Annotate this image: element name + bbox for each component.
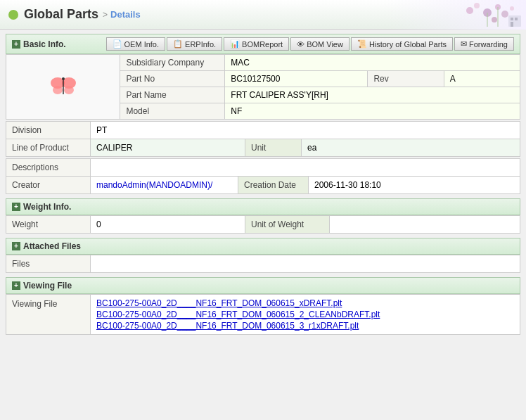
erp-icon: 📋 bbox=[173, 39, 183, 49]
basic-info-header: + Basic Info. 📄 OEM Info. 📋 ERPInfo. 📊 B… bbox=[6, 34, 520, 54]
weight-value: 0 bbox=[91, 216, 245, 234]
bom-report-button[interactable]: 📊 BOMReport bbox=[224, 37, 289, 51]
rev-value: A bbox=[444, 71, 520, 87]
viewing-files-list: BC100-275-00A0_2D____NF16_FRT_DOM_060615… bbox=[96, 298, 514, 331]
svg-rect-12 bbox=[511, 22, 513, 27]
descriptions-value bbox=[91, 159, 520, 177]
creator-label: Creator bbox=[6, 177, 91, 194]
header-decoration bbox=[385, 0, 526, 30]
main-content: + Basic Info. 📄 OEM Info. 📋 ERPInfo. 📊 B… bbox=[0, 30, 526, 339]
subsidiary-company-label: Subsidiary Company bbox=[120, 55, 225, 71]
table-row: Subsidiary Company MAC bbox=[6, 55, 520, 71]
creator-value: mandoAdmin(MANDOADMIN)/ bbox=[91, 177, 238, 194]
forwarding-button[interactable]: ✉ Forwarding bbox=[454, 37, 514, 51]
page-header: Global Parts > Details bbox=[0, 0, 526, 30]
history-icon: 📜 bbox=[357, 39, 367, 49]
model-value: NF bbox=[225, 103, 520, 120]
part-name-value: FRT CALIPER ASS'Y[RH] bbox=[225, 87, 520, 103]
viewing-file-table: Viewing File BC100-275-00A0_2D____NF16_F… bbox=[6, 294, 520, 335]
bom-view-button[interactable]: 👁 BOM View bbox=[290, 37, 349, 51]
table-row: Creator mandoAdmin(MANDOADMIN)/ Creation… bbox=[6, 177, 520, 194]
unit-of-weight-label: Unit of Weight bbox=[245, 216, 330, 234]
division-table: Division PT Line of Product CALIPER Unit… bbox=[6, 121, 520, 157]
creation-date-value: 2006-11-30 18:10 bbox=[309, 177, 520, 194]
status-dot bbox=[8, 10, 18, 20]
table-row: Line of Product CALIPER Unit ea bbox=[6, 139, 520, 157]
part-name-label: Part Name bbox=[120, 87, 225, 103]
basic-info-table: Subsidiary Company MAC Part No BC1012750… bbox=[6, 54, 520, 120]
viewing-file-links: BC100-275-00A0_2D____NF16_FRT_DOM_060615… bbox=[91, 295, 520, 335]
line-of-product-label: Line of Product bbox=[6, 139, 91, 157]
rev-label: Rev bbox=[368, 71, 444, 87]
division-value: PT bbox=[91, 122, 520, 139]
weight-info-expand-icon[interactable]: + bbox=[12, 203, 20, 211]
table-row: Weight 0 Unit of Weight bbox=[6, 216, 520, 234]
unit-value: ea bbox=[302, 139, 520, 157]
descriptions-label: Descriptions bbox=[6, 159, 91, 177]
bom-report-icon: 📊 bbox=[230, 39, 240, 49]
svg-rect-11 bbox=[515, 18, 518, 20]
files-value bbox=[91, 255, 520, 273]
viewing-file-expand-icon[interactable]: + bbox=[12, 281, 20, 290]
viewing-file-title: Viewing File bbox=[23, 281, 72, 291]
viewing-file-link-2[interactable]: BC100-275-00A0_2D____NF16_FRT_DOM_060615… bbox=[96, 310, 514, 319]
bom-view-icon: 👁 bbox=[297, 40, 304, 49]
unit-of-weight-value bbox=[330, 216, 520, 234]
table-row: Division PT bbox=[6, 122, 520, 139]
part-no-label: Part No bbox=[120, 71, 225, 87]
forwarding-icon: ✉ bbox=[461, 39, 467, 49]
line-of-product-value: CALIPER bbox=[91, 139, 245, 157]
oem-info-button[interactable]: 📄 OEM Info. bbox=[106, 37, 166, 51]
table-row: Files bbox=[6, 255, 520, 273]
svg-point-14 bbox=[53, 86, 63, 94]
attached-files-table: Files bbox=[6, 255, 520, 273]
division-label: Division bbox=[6, 122, 91, 139]
table-row: Descriptions bbox=[6, 159, 520, 177]
svg-point-16 bbox=[64, 86, 74, 94]
history-button[interactable]: 📜 History of Global Parts bbox=[351, 37, 453, 51]
weight-label: Weight bbox=[6, 216, 91, 234]
svg-point-6 bbox=[492, 17, 497, 23]
svg-point-4 bbox=[501, 11, 508, 18]
weight-info-header: + Weight Info. bbox=[6, 198, 520, 215]
weight-info-title: Weight Info. bbox=[23, 202, 71, 212]
files-label: Files bbox=[6, 255, 91, 273]
weight-table: Weight 0 Unit of Weight bbox=[6, 215, 520, 234]
descriptions-table: Descriptions Creator mandoAdmin(MANDOADM… bbox=[6, 158, 520, 194]
image-cell bbox=[6, 55, 120, 120]
page-title: Global Parts bbox=[24, 7, 98, 22]
table-row: Viewing File BC100-275-00A0_2D____NF16_F… bbox=[6, 295, 520, 335]
creation-date-label: Creation Date bbox=[238, 177, 309, 194]
basic-info-expand-icon[interactable]: + bbox=[12, 40, 20, 49]
attached-files-title: Attached Files bbox=[23, 241, 81, 251]
basic-info-buttons: 📄 OEM Info. 📋 ERPInfo. 📊 BOMReport 👁 BOM… bbox=[106, 37, 514, 51]
breadcrumb-arrow: > bbox=[103, 10, 108, 20]
unit-label: Unit bbox=[245, 139, 302, 157]
svg-point-0 bbox=[466, 7, 473, 14]
attached-files-expand-icon[interactable]: + bbox=[12, 242, 20, 250]
svg-rect-9 bbox=[508, 15, 521, 27]
viewing-file-link-3[interactable]: BC100-275-00A0_2D____NF16_FRT_DOM_060615… bbox=[96, 321, 514, 331]
svg-point-5 bbox=[510, 6, 514, 11]
viewing-file-link-1[interactable]: BC100-275-00A0_2D____NF16_FRT_DOM_060615… bbox=[96, 298, 514, 308]
erp-info-button[interactable]: 📋 ERPInfo. bbox=[167, 37, 222, 51]
svg-point-1 bbox=[474, 3, 480, 8]
breadcrumb-details: Details bbox=[110, 9, 141, 20]
viewing-file-label: Viewing File bbox=[6, 295, 91, 335]
attached-files-header: + Attached Files bbox=[6, 238, 520, 255]
part-no-value: BC10127500 bbox=[225, 71, 368, 87]
oem-icon: 📄 bbox=[113, 39, 122, 49]
basic-info-title: Basic Info. bbox=[23, 39, 66, 49]
svg-rect-10 bbox=[511, 18, 513, 20]
model-label: Model bbox=[120, 103, 225, 120]
svg-point-18 bbox=[62, 77, 65, 80]
subsidiary-company-value: MAC bbox=[225, 55, 520, 71]
viewing-file-header: + Viewing File bbox=[6, 277, 520, 294]
